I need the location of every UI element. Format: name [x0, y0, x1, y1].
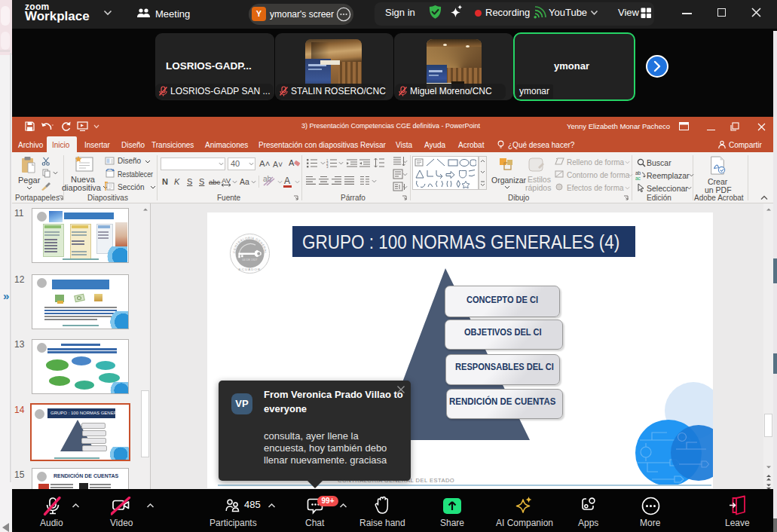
svg-text:ab: ab: [635, 170, 641, 176]
svg-text:04 DE 1927: 04 DE 1927: [243, 258, 258, 261]
svg-text:A: A: [289, 158, 295, 167]
svg-text:3: 3: [326, 165, 329, 168]
svg-text:ECUADOR: ECUADOR: [239, 268, 262, 271]
svg-text:ac: ac: [635, 176, 641, 180]
